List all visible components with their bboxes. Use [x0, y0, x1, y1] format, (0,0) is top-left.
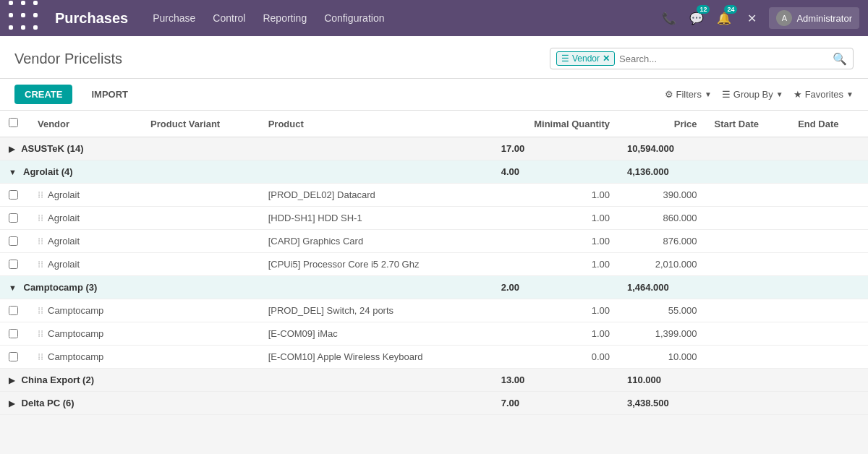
- table-row[interactable]: ⁞⁞Agrolait [CPUi5] Processor Core i5 2.7…: [0, 253, 868, 276]
- group-chevron[interactable]: ▼: [9, 168, 17, 176]
- pricelists-table: Vendor Product Variant Product Minimal Q…: [0, 111, 868, 415]
- row-checkbox-cell: [0, 253, 29, 276]
- drag-handle-icon[interactable]: ⁞⁞: [38, 236, 43, 247]
- search-submit-icon[interactable]: 🔍: [833, 52, 847, 66]
- col-product: Product: [260, 111, 493, 137]
- table-row[interactable]: ⁞⁞Camptocamp [E-COM09] iMac 1.00 1,399.0…: [0, 322, 868, 346]
- row-vendor: ⁞⁞Camptocamp: [29, 322, 142, 346]
- group-min-qty: 17.00: [493, 137, 618, 160]
- group-row[interactable]: ▶ ASUSTeK (14) 17.00 10,594.000: [0, 137, 868, 160]
- drag-handle-icon[interactable]: ⁞⁞: [38, 305, 43, 316]
- group-start: [706, 369, 790, 392]
- group-row[interactable]: ▶ Delta PC (6) 7.00 3,438.500: [0, 392, 868, 415]
- search-input[interactable]: [619, 53, 833, 64]
- group-label[interactable]: ▼ Camptocamp (3): [0, 276, 493, 299]
- favorites-button[interactable]: ★ Favorites ▼: [793, 89, 854, 100]
- row-price: 2,010.000: [618, 253, 706, 276]
- select-all-checkbox[interactable]: [9, 118, 18, 127]
- group-min-qty: 13.00: [493, 369, 618, 392]
- row-variant: [142, 322, 260, 346]
- col-vendor: Vendor: [29, 111, 142, 137]
- table-row[interactable]: ⁞⁞Camptocamp [PROD_DEL] Switch, 24 ports…: [0, 299, 868, 322]
- group-chevron[interactable]: ▶: [9, 145, 14, 154]
- group-by-button[interactable]: ☰ Group By ▼: [722, 89, 783, 100]
- row-vendor: ⁞⁞Camptocamp: [29, 299, 142, 322]
- group-price: 10,594.000: [618, 137, 706, 160]
- group-end: [789, 392, 868, 415]
- import-button[interactable]: IMPORT: [84, 85, 135, 104]
- drag-handle-icon[interactable]: ⁞⁞: [38, 328, 43, 339]
- chat1-icon[interactable]: 💬 12: [686, 8, 707, 28]
- row-checkbox[interactable]: [9, 260, 18, 269]
- row-end: [789, 322, 868, 346]
- filter-close-icon[interactable]: ✕: [603, 53, 610, 64]
- row-end: [789, 253, 868, 276]
- table-row[interactable]: ⁞⁞Agrolait [CARD] Graphics Card 1.00 876…: [0, 230, 868, 253]
- phone-icon[interactable]: 📞: [659, 8, 679, 28]
- group-label[interactable]: ▼ Agrolait (4): [0, 160, 493, 184]
- chat2-icon[interactable]: 🔔 24: [714, 8, 734, 28]
- row-variant: [142, 253, 260, 276]
- col-checkbox: [0, 111, 29, 137]
- app-grid-menu[interactable]: [9, 1, 43, 35]
- row-start: [706, 230, 790, 253]
- drag-handle-icon[interactable]: ⁞⁞: [38, 189, 43, 200]
- group-row[interactable]: ▼ Camptocamp (3) 2.00 1,464.000: [0, 276, 868, 299]
- search-bar: ☰ Vendor ✕ 🔍: [550, 48, 854, 69]
- group-end: [789, 276, 868, 299]
- row-min-qty: 1.00: [493, 253, 618, 276]
- row-min-qty: 1.00: [493, 230, 618, 253]
- group-label[interactable]: ▶ China Export (2): [0, 369, 493, 392]
- group-row[interactable]: ▶ China Export (2) 13.00 110.000: [0, 369, 868, 392]
- row-checkbox[interactable]: [9, 352, 18, 361]
- menu-purchase[interactable]: Purchase: [145, 8, 203, 28]
- admin-button[interactable]: A Administrator: [769, 7, 859, 29]
- create-button[interactable]: CREATE: [14, 85, 72, 104]
- row-price: 55.000: [618, 299, 706, 322]
- vendor-filter-tag[interactable]: ☰ Vendor ✕: [556, 51, 615, 66]
- menu-control[interactable]: Control: [205, 8, 252, 28]
- drag-handle-icon[interactable]: ⁞⁞: [38, 351, 43, 362]
- col-end-date: End Date: [789, 111, 868, 137]
- row-end: [789, 346, 868, 369]
- groupby-icon: ☰: [722, 89, 731, 100]
- row-checkbox[interactable]: [9, 306, 18, 315]
- row-price: 876.000: [618, 230, 706, 253]
- table-row[interactable]: ⁞⁞Agrolait [HDD-SH1] HDD SH-1 1.00 860.0…: [0, 207, 868, 230]
- row-product: [PROD_DEL02] Datacard: [260, 184, 493, 207]
- drag-handle-icon[interactable]: ⁞⁞: [38, 259, 43, 270]
- menu-reporting[interactable]: Reporting: [255, 8, 314, 28]
- group-price: 110.000: [618, 369, 706, 392]
- menu-configuration[interactable]: Configuration: [317, 8, 391, 28]
- group-chevron[interactable]: ▼: [9, 283, 17, 292]
- row-start: [706, 346, 790, 369]
- group-chevron[interactable]: ▶: [9, 376, 14, 385]
- row-checkbox[interactable]: [9, 329, 18, 338]
- row-vendor: ⁞⁞Camptocamp: [29, 346, 142, 369]
- group-min-qty: 7.00: [493, 392, 618, 415]
- group-chevron[interactable]: ▶: [9, 399, 14, 408]
- row-variant: [142, 230, 260, 253]
- topnav-icons: 📞 💬 12 🔔 24 ✕ A Administrator: [659, 7, 859, 29]
- filters-caret: ▼: [705, 90, 712, 98]
- group-row[interactable]: ▼ Agrolait (4) 4.00 4,136.000: [0, 160, 868, 184]
- admin-avatar: A: [776, 10, 792, 26]
- row-checkbox-cell: [0, 299, 29, 322]
- group-label[interactable]: ▶ ASUSTeK (14): [0, 137, 493, 160]
- filters-button[interactable]: ⚙ Filters ▼: [665, 89, 712, 100]
- row-checkbox[interactable]: [9, 190, 18, 200]
- group-price: 1,464.000: [618, 276, 706, 299]
- admin-label: Administrator: [796, 13, 852, 24]
- table-row[interactable]: ⁞⁞Agrolait [PROD_DEL02] Datacard 1.00 39…: [0, 184, 868, 207]
- row-vendor: ⁞⁞Agrolait: [29, 207, 142, 230]
- group-label[interactable]: ▶ Delta PC (6): [0, 392, 493, 415]
- table-container: Vendor Product Variant Product Minimal Q…: [0, 111, 868, 415]
- drag-handle-icon[interactable]: ⁞⁞: [38, 213, 43, 223]
- row-checkbox[interactable]: [9, 213, 18, 223]
- settings-icon[interactable]: ✕: [741, 8, 762, 28]
- row-checkbox[interactable]: [9, 236, 18, 246]
- row-price: 1,399.000: [618, 322, 706, 346]
- row-price: 390.000: [618, 184, 706, 207]
- table-row[interactable]: ⁞⁞Camptocamp [E-COM10] Apple Wireless Ke…: [0, 346, 868, 369]
- row-checkbox-cell: [0, 184, 29, 207]
